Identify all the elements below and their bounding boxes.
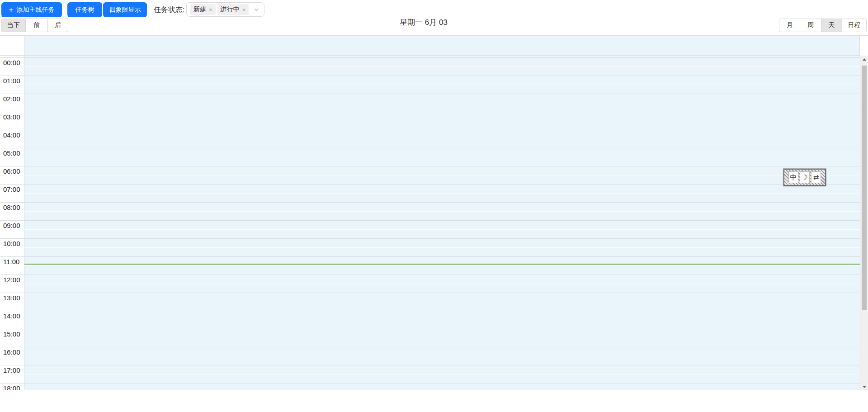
half-hour-line [24, 338, 860, 338]
time-label: 17:00 [3, 366, 20, 374]
half-hour-line [24, 85, 860, 85]
hour-line [0, 238, 860, 239]
hour-line [0, 166, 860, 166]
half-hour-line [24, 284, 860, 284]
half-hour-line [24, 356, 860, 356]
view-button-日程[interactable]: 日程 [842, 19, 867, 32]
time-label: 15:00 [3, 330, 20, 338]
vertical-scrollbar[interactable] [860, 56, 868, 390]
hour-line [0, 94, 860, 94]
time-label: 18:00 [3, 384, 20, 390]
half-hour-line [24, 193, 860, 194]
time-label: 09:00 [3, 222, 20, 229]
tag-remove-icon[interactable]: × [242, 7, 246, 13]
half-hour-line [24, 265, 860, 266]
status-tag-label: 进行中 [221, 5, 240, 14]
half-hour-line [24, 103, 860, 103]
chevron-down-icon[interactable] [254, 7, 259, 12]
task-status-select[interactable]: 新建×进行中× [186, 2, 264, 17]
nav-next-button[interactable]: 后 [48, 19, 68, 32]
hour-line [0, 275, 860, 275]
time-label: 02:00 [3, 95, 20, 103]
time-label: 03:00 [3, 113, 20, 121]
time-label: 04:00 [3, 131, 20, 139]
time-label: 16:00 [3, 348, 20, 356]
time-label: 07:00 [3, 185, 20, 193]
date-nav-group: 当下 前 后 [1, 19, 68, 32]
task-calendar-app: + 添加主线任务 任务树 四象限显示 任务状态: 新建×进行中× 当下 前 后 … [0, 0, 868, 412]
time-label: 10:00 [3, 240, 20, 247]
half-hour-line [24, 374, 860, 374]
allday-gutter-cell [0, 36, 24, 56]
hour-line [0, 202, 860, 203]
hour-line [0, 57, 860, 58]
view-switcher-group: 月周天日程 [779, 19, 867, 32]
hour-line [0, 347, 860, 347]
scrollbar-thumb[interactable] [862, 66, 867, 310]
time-grid: 00:0001:0002:0003:0004:0005:0006:0007:00… [0, 56, 868, 390]
hour-line [0, 112, 860, 112]
time-label: 11:00 [3, 258, 19, 265]
view-button-月[interactable]: 月 [779, 19, 800, 32]
status-tag-label: 新建 [193, 5, 206, 14]
half-hour-line [24, 302, 860, 302]
nav-now-button[interactable]: 当下 [1, 19, 26, 32]
allday-slot[interactable] [24, 36, 860, 56]
ime-punctuation-button[interactable]: ⇄ [811, 171, 821, 183]
time-label: 14:00 [3, 312, 20, 320]
hour-line [0, 130, 860, 130]
hour-line [0, 220, 860, 221]
time-label: 08:00 [3, 204, 20, 211]
hour-line [0, 256, 860, 257]
task-status-label: 任务状态: [154, 2, 184, 17]
half-hour-line [24, 157, 860, 157]
half-hour-line [24, 247, 860, 248]
time-label: 12:00 [3, 276, 20, 284]
ime-language-bar[interactable]: 中☽⇄ [783, 169, 826, 186]
time-label: 13:00 [3, 294, 20, 302]
ime-fullwidth-moon-button[interactable]: ☽ [800, 171, 810, 183]
time-label: 05:00 [3, 149, 20, 157]
half-hour-line [24, 320, 860, 320]
add-main-task-label: 添加主线任务 [16, 6, 54, 14]
nav-prev-button[interactable]: 前 [26, 19, 48, 32]
time-label: 01:00 [3, 77, 20, 85]
hour-line [0, 365, 860, 365]
half-hour-line [24, 66, 860, 67]
day-column[interactable] [24, 56, 860, 390]
view-button-周[interactable]: 周 [800, 19, 821, 32]
half-hour-line [24, 139, 860, 139]
hour-line [0, 184, 860, 185]
current-time-indicator [24, 264, 860, 265]
half-hour-line [24, 211, 860, 212]
hour-line [0, 329, 860, 329]
day-view-calendar: 00:0001:0002:0003:0004:0005:0006:0007:00… [0, 35, 868, 390]
time-label: 00:00 [3, 59, 20, 66]
hour-line [0, 148, 860, 148]
view-button-天[interactable]: 天 [821, 19, 842, 32]
scroll-down-icon[interactable] [860, 383, 868, 390]
scroll-up-icon[interactable] [860, 56, 868, 63]
hour-line [0, 311, 860, 311]
plus-icon: + [9, 6, 14, 14]
half-hour-line [24, 175, 860, 175]
half-hour-line [24, 121, 860, 121]
tag-remove-icon[interactable]: × [209, 7, 212, 13]
quadrant-view-button[interactable]: 四象限显示 [103, 2, 147, 17]
hour-line [0, 76, 860, 76]
add-main-task-button[interactable]: + 添加主线任务 [1, 2, 62, 17]
ime-chinese-mode-button[interactable]: 中 [788, 171, 798, 183]
time-label: 06:00 [3, 167, 20, 175]
half-hour-line [24, 229, 860, 230]
status-tag-新建: 新建× [190, 4, 216, 15]
status-tag-list: 新建×进行中× [189, 4, 249, 15]
task-tree-button[interactable]: 任务树 [67, 2, 102, 17]
status-tag-进行中: 进行中× [217, 4, 249, 15]
hour-line [0, 383, 860, 384]
calendar-title: 星期一 6月 03 [400, 17, 448, 28]
hour-line [0, 293, 860, 293]
